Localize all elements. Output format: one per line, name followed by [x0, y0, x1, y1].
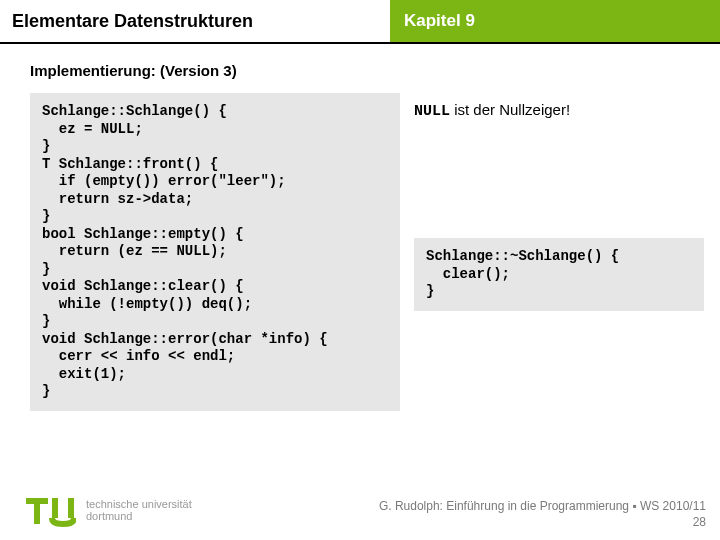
null-keyword: NULL [414, 103, 450, 120]
null-note-text: ist der Nullzeiger! [450, 101, 570, 118]
tu-dortmund-logo: technische universität dortmund [24, 492, 192, 528]
code-block-main: Schlange::Schlange() { ez = NULL; } T Sc… [30, 93, 400, 411]
footer-author-line: G. Rudolph: Einführung in die Programmie… [379, 498, 706, 514]
slide-body: Implementierung: (Version 3) Schlange::S… [0, 44, 720, 411]
right-column: NULL ist der Nullzeiger! Schlange::~Schl… [414, 93, 704, 411]
logo-text-line2: dortmund [86, 510, 192, 522]
slide-header: Elementare Datenstrukturen Kapitel 9 [0, 0, 720, 42]
svg-rect-2 [34, 498, 40, 524]
tu-logo-icon [24, 492, 76, 528]
svg-rect-4 [68, 498, 74, 518]
logo-text-line1: technische universität [86, 498, 192, 510]
svg-rect-3 [52, 498, 58, 518]
footer-page-number: 28 [379, 514, 706, 530]
header-title-left: Elementare Datenstrukturen [0, 0, 390, 42]
slide: Elementare Datenstrukturen Kapitel 9 Imp… [0, 0, 720, 540]
slide-footer: G. Rudolph: Einführung in die Programmie… [379, 498, 706, 530]
subtitle: Implementierung: (Version 3) [30, 62, 702, 79]
header-title-right: Kapitel 9 [390, 0, 720, 42]
null-note: NULL ist der Nullzeiger! [414, 101, 704, 120]
code-block-destructor: Schlange::~Schlange() { clear(); } [414, 238, 704, 311]
content-columns: Schlange::Schlange() { ez = NULL; } T Sc… [30, 93, 702, 411]
logo-text: technische universität dortmund [86, 498, 192, 522]
